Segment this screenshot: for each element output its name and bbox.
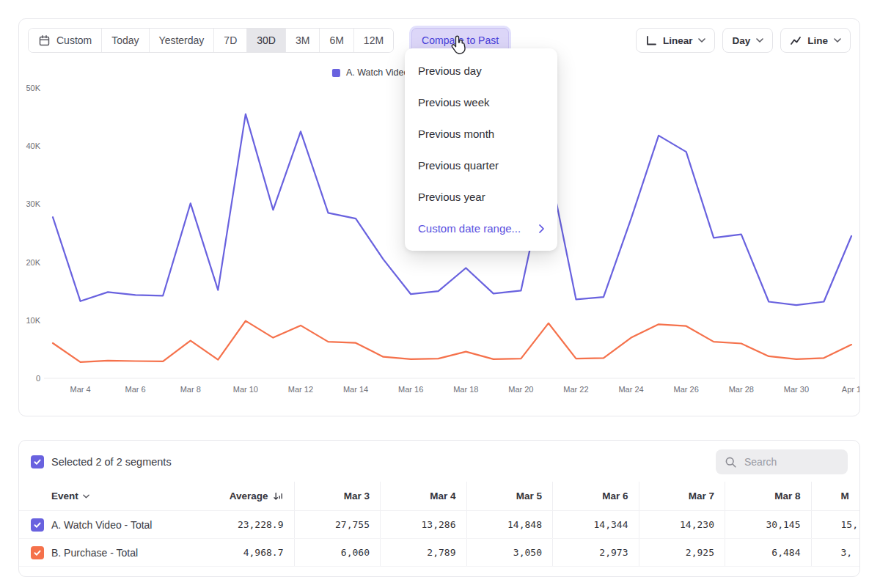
range-custom-label: Custom: [56, 34, 92, 46]
row-label: A. Watch Video - Total: [51, 519, 152, 531]
value-cell: 6,060: [295, 539, 381, 566]
x-tick-label: Mar 24: [618, 385, 643, 394]
average-header-label: Average: [230, 490, 268, 501]
x-tick-label: Apr 1: [842, 385, 859, 394]
range-3m[interactable]: 3M: [286, 29, 320, 52]
row-checkbox[interactable]: [31, 518, 44, 532]
value-cell: 14,344: [553, 511, 639, 538]
select-all-checkbox[interactable]: [31, 455, 44, 468]
value-cell: 6,484: [725, 539, 812, 566]
y-tick-label: 20K: [26, 258, 40, 267]
value-cell: 2,973: [553, 539, 639, 566]
x-tick-label: Mar 30: [784, 385, 809, 394]
value-cell: 14,230: [639, 511, 726, 538]
event-cell: B. Purchase - Total: [19, 539, 208, 566]
menu-item-previous-day[interactable]: Previous day: [405, 55, 557, 87]
clipped-value-cell: 15,: [812, 511, 861, 538]
x-tick-label: Mar 18: [453, 385, 478, 394]
chart-type-label: Line: [807, 35, 828, 46]
table-header-row: Event Average Mar 3Mar 4Mar 5Mar 6Mar 7M…: [19, 482, 859, 511]
interval-select[interactable]: Day: [722, 28, 773, 53]
range-custom[interactable]: Custom: [29, 29, 102, 52]
range-30d[interactable]: 30D: [247, 29, 286, 52]
chevron-down-icon: [83, 494, 89, 499]
table-row-b-purchase-total: B. Purchase - Total4,968.76,0602,7893,05…: [19, 539, 859, 567]
x-tick-label: Mar 8: [180, 385, 201, 394]
x-tick-label: Mar 26: [674, 385, 699, 394]
average-column-header[interactable]: Average: [208, 482, 295, 510]
value-cell: 2,925: [639, 539, 726, 566]
row-checkbox[interactable]: [31, 546, 44, 559]
chevron-down-icon: [698, 38, 705, 43]
axes-icon: [645, 35, 657, 46]
y-tick-label: 50K: [26, 84, 40, 92]
scale-select[interactable]: Linear: [636, 28, 716, 53]
x-tick-label: Mar 20: [508, 385, 533, 394]
average-cell: 23,228.9: [208, 511, 295, 538]
range-yesterday[interactable]: Yesterday: [150, 29, 215, 52]
date-range-group: Custom TodayYesterday7D30D3M6M12M: [28, 28, 394, 53]
search-icon: [725, 456, 737, 468]
menu-item-custom-date-range[interactable]: Custom date range...: [405, 213, 557, 244]
date-column-header-mar-7: Mar 7: [639, 482, 726, 510]
date-column-header-mar-8: Mar 8: [725, 482, 812, 510]
x-tick-label: Mar 10: [233, 385, 258, 394]
x-tick-label: Mar 6: [125, 385, 146, 394]
segments-table: Event Average Mar 3Mar 4Mar 5Mar 6Mar 7M…: [19, 482, 859, 567]
chevron-down-icon: [756, 38, 763, 43]
search-input[interactable]: [743, 455, 839, 468]
chart-line-b-purchase-total: [53, 321, 851, 362]
menu-item-previous-month[interactable]: Previous month: [405, 118, 557, 150]
menu-item-previous-quarter[interactable]: Previous quarter: [405, 150, 557, 181]
date-column-header-mar-3: Mar 3: [295, 482, 381, 510]
search-box: [716, 449, 848, 474]
menu-item-previous-year[interactable]: Previous year: [405, 181, 557, 213]
value-cell: 27,755: [295, 511, 381, 538]
chevron-down-icon: [834, 38, 841, 43]
value-cell: 30,145: [725, 511, 812, 538]
analytics-page: Custom TodayYesterday7D30D3M6M12M Compar…: [0, 0, 880, 588]
y-tick-label: 0: [36, 374, 40, 383]
x-tick-label: Mar 14: [343, 385, 368, 394]
segments-bar: Selected 2 of 2 segments: [19, 441, 859, 482]
sort-descending-icon: [273, 491, 284, 501]
x-tick-label: Mar 16: [398, 385, 423, 394]
event-column-header[interactable]: Event: [19, 482, 208, 510]
interval-label: Day: [732, 35, 750, 46]
menu-item-label: Custom date range...: [418, 222, 521, 235]
range-12m[interactable]: 12M: [354, 29, 393, 52]
calendar-icon: [38, 34, 51, 47]
event-header-label: Event: [51, 490, 78, 501]
x-tick-label: Mar 28: [729, 385, 754, 394]
clipped-column-header: M: [812, 482, 861, 510]
y-tick-label: 10K: [26, 316, 40, 325]
chart-type-select[interactable]: Line: [780, 28, 851, 53]
date-column-header-mar-5: Mar 5: [467, 482, 554, 510]
clipped-value-cell: 3,: [812, 539, 861, 566]
chart-controls: Linear Day Line: [636, 28, 851, 53]
y-tick-label: 30K: [26, 199, 40, 208]
menu-item-previous-week[interactable]: Previous week: [405, 87, 557, 118]
chevron-right-icon: [539, 224, 544, 233]
range-6m[interactable]: 6M: [320, 29, 353, 52]
range-7d[interactable]: 7D: [214, 29, 247, 52]
line-chart-icon: [790, 35, 802, 46]
value-cell: 3,050: [467, 539, 554, 566]
x-tick-label: Mar 4: [70, 385, 90, 394]
scale-label: Linear: [663, 35, 693, 46]
x-tick-label: Mar 12: [288, 385, 313, 394]
compare-to-past-menu: Previous dayPrevious weekPrevious monthP…: [405, 48, 557, 251]
legend-swatch: [332, 69, 340, 77]
range-today[interactable]: Today: [102, 29, 149, 52]
value-cell: 13,286: [381, 511, 467, 538]
event-cell: A. Watch Video - Total: [19, 511, 208, 538]
y-tick-label: 40K: [26, 142, 40, 150]
x-tick-label: Mar 22: [563, 385, 588, 394]
date-column-header-mar-4: Mar 4: [381, 482, 467, 510]
average-cell: 4,968.7: [208, 539, 295, 566]
value-cell: 2,789: [381, 539, 467, 566]
value-cell: 14,848: [467, 511, 554, 538]
segments-card: Selected 2 of 2 segments Event Average: [18, 440, 860, 577]
date-column-header-mar-6: Mar 6: [553, 482, 639, 510]
selected-segments-text: Selected 2 of 2 segments: [51, 456, 172, 468]
